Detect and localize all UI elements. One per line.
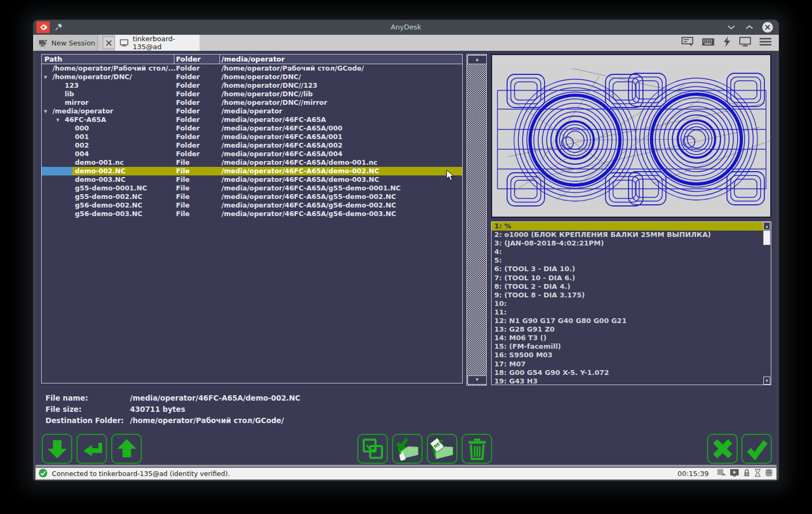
row-name: 123 — [65, 81, 79, 90]
gcode-line[interactable]: 14: M06 T3 () — [492, 334, 763, 342]
table-row[interactable]: g56-demo-002.NCFile/media/operator/46FC-… — [42, 201, 462, 210]
row-type: File — [176, 184, 190, 193]
column-header-path[interactable]: Path — [44, 55, 62, 64]
row-type: File — [176, 167, 190, 175]
gcode-line[interactable]: 19: G43 H3 — [492, 377, 763, 385]
gcode-line[interactable]: 16: S9500 M03 — [492, 351, 763, 359]
row-name: 002 — [75, 141, 89, 150]
cancel-button[interactable] — [707, 434, 738, 464]
download-file-button[interactable] — [42, 434, 72, 464]
row-type: Folder — [176, 150, 200, 158]
table-row[interactable]: g55-demo-002.NCFile/media/operator/46FC-… — [42, 193, 462, 201]
gcode-line[interactable]: 11: — [492, 308, 763, 317]
minimize-button[interactable] — [725, 21, 737, 33]
gcode-line[interactable]: 3: (JAN-08-2018-4:02:21PM) — [492, 239, 763, 248]
table-row[interactable]: ▼46FC-A65AFolder/media/operator/46FC-A65… — [42, 116, 462, 124]
chat-icon[interactable] — [681, 37, 693, 49]
gcode-listing-pane[interactable]: 1: %2: o1000 (БЛОК КРЕПЛЕНИЯ БАЛКИ 25ММ … — [491, 221, 771, 385]
maximize-button[interactable] — [744, 21, 755, 33]
gcode-line[interactable]: 6: (TOOL 3 - DIA 10.) — [492, 265, 763, 273]
confirm-button[interactable] — [741, 434, 772, 464]
gcode-line[interactable]: 9: (TOOL 8 - DIA 3.175) — [492, 291, 763, 300]
folder-check-icon — [395, 437, 420, 461]
row-path: /media/operator/46FC-A65A/004 — [221, 150, 342, 158]
row-name: demo-002.NC — [75, 167, 126, 175]
gcode-line[interactable]: 2: o1000 (БЛОК КРЕПЛЕНИЯ БАЛКИ 25ММ ВЫПИ… — [492, 231, 763, 239]
column-header-current-folder[interactable]: /media/operator — [221, 55, 285, 64]
tab-bar: New Session tinkerboard-135@ad — [33, 35, 779, 51]
file-table-scrollbar[interactable]: ▲ ▼ — [466, 54, 487, 386]
table-row[interactable]: 000Folder/media/operator/46FC-A65A/000 — [42, 124, 462, 133]
table-row[interactable]: 004Folder/media/operator/46FC-A65A/004 — [42, 150, 462, 158]
table-row[interactable]: g56-demo-003.NCFile/media/operator/46FC-… — [42, 210, 462, 218]
table-row[interactable]: g55-demo-0001.NCFile/media/operator/46FC… — [42, 184, 462, 193]
enter-folder-button[interactable] — [76, 434, 107, 464]
screen-share-icon — [730, 469, 739, 479]
table-row[interactable]: 001Folder/media/operator/46FC-A65A/001 — [42, 133, 462, 141]
table-row[interactable]: 002Folder/media/operator/46FC-A65A/002 — [42, 141, 462, 150]
file-name-label: File name: — [45, 394, 88, 402]
new-session-tab[interactable]: New Session — [35, 35, 98, 51]
row-path: /media/operator/46FC-A65A/demo-001.nc — [221, 158, 377, 167]
destination-folder-row: Destination Folder: /home/operator/Рабоч… — [45, 416, 124, 425]
table-row[interactable]: demo-002.NCFile/media/operator/46FC-A65A… — [42, 167, 462, 175]
close-button[interactable] — [762, 21, 773, 33]
listing-scrollbar-thumb[interactable] — [763, 231, 770, 245]
actions-lightning-icon[interactable] — [723, 36, 731, 49]
row-type: File — [176, 175, 190, 184]
accept-folder-button[interactable] — [392, 434, 423, 464]
table-row[interactable]: ▼/media/operatorFolder/media/operator — [42, 107, 462, 116]
listing-scroll-up-button[interactable]: ▲ — [763, 222, 770, 230]
gcode-line[interactable]: 7: (TOOL 10 - DIA 6.) — [492, 274, 763, 282]
new-folder-button[interactable]: NEW — [427, 434, 457, 464]
return-arrow-icon — [80, 437, 104, 461]
table-row[interactable]: demo-003.NCFile/media/operator/46FC-A65A… — [42, 175, 462, 184]
gcode-line[interactable]: 15: (FM-facemill) — [492, 342, 763, 351]
row-name: g56-demo-002.NC — [75, 201, 142, 210]
file-table-body: /home/operator/Рабочий стол/...Folder/ho… — [42, 64, 462, 218]
tree-expand-icon[interactable]: ▼ — [44, 108, 47, 116]
row-path: /media/operator/46FC-A65A/demo-002.NC — [221, 167, 379, 175]
gcode-line[interactable]: 17: M07 — [492, 360, 763, 369]
table-row[interactable]: demo-001.ncFile/media/operator/46FC-A65A… — [42, 158, 462, 167]
listing-scroll-down-button[interactable]: ▼ — [763, 377, 770, 385]
delete-file-button[interactable] — [462, 434, 492, 464]
row-type: File — [176, 201, 190, 210]
gcode-line[interactable]: 8: (TOOL 2 - DIA 4.) — [492, 282, 763, 291]
table-row[interactable]: 123Folder/home/operator/DNC//123 — [42, 81, 462, 90]
file-browser-table[interactable]: Path Folder /media/operator /home/operat… — [41, 54, 463, 383]
table-row[interactable]: libFolder/home/operator/DNC//lib — [42, 90, 462, 98]
session-tab-label: tinkerboard-135@ad — [133, 35, 200, 51]
session-tab-tinkerboard[interactable]: tinkerboard-135@ad — [115, 35, 200, 51]
display-settings-icon[interactable] — [739, 37, 751, 49]
parent-folder-button[interactable] — [111, 434, 142, 464]
tree-expand-icon[interactable]: ▼ — [56, 116, 59, 125]
gcode-line[interactable]: 13: G28 G91 Z0 — [492, 325, 763, 334]
menu-icon[interactable] — [760, 37, 771, 48]
row-type: Folder — [176, 90, 200, 98]
scroll-up-button[interactable]: ▲ — [468, 55, 487, 64]
lock-icon — [743, 469, 750, 479]
row-type: File — [176, 193, 190, 201]
tree-expand-icon[interactable]: ▼ — [44, 73, 47, 82]
keyboard-icon[interactable] — [702, 38, 715, 48]
listing-scrollbar[interactable]: ▲ ▼ — [763, 222, 771, 385]
table-row[interactable]: /home/operator/Рабочий стол/...Folder/ho… — [42, 64, 462, 73]
gcode-line[interactable]: 18: G00 G54 G90 X-5. Y-1.072 — [492, 369, 763, 377]
gcode-line[interactable]: 12: N1 G90 G17 G40 G80 G00 G21 — [492, 317, 763, 325]
column-header-folder[interactable]: Folder — [176, 55, 201, 64]
identity-verified-icon — [39, 469, 48, 479]
table-header[interactable]: Path Folder /media/operator — [42, 55, 462, 64]
gcode-line[interactable]: 1: % — [492, 222, 763, 231]
scroll-down-button[interactable]: ▼ — [468, 375, 487, 385]
gcode-line[interactable]: 4: — [492, 248, 763, 256]
table-row[interactable]: mirrorFolder/home/operator/DNC//mirror — [42, 98, 462, 107]
gcode-line[interactable]: 10: — [492, 300, 763, 308]
row-type: Folder — [176, 116, 200, 124]
monitor-plus-icon — [39, 39, 48, 47]
tab-close-button[interactable] — [103, 36, 115, 49]
copy-file-button[interactable] — [357, 434, 388, 464]
new-folder-icon: NEW — [430, 437, 455, 461]
table-row[interactable]: ▼/home/operator/DNC/Folder/home/operator… — [42, 73, 462, 81]
gcode-line[interactable]: 5: — [492, 256, 763, 265]
